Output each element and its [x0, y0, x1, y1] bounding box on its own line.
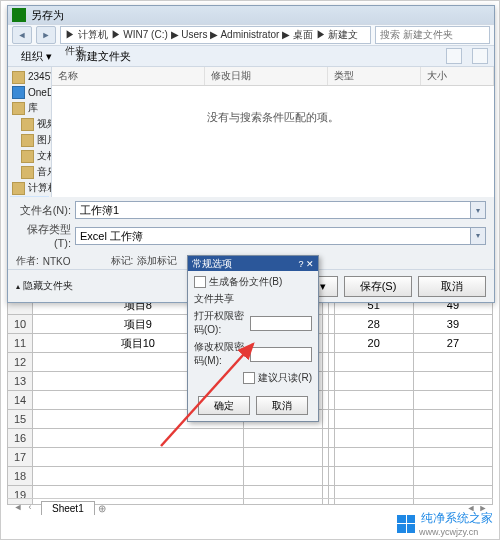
row-header[interactable]: 10: [8, 315, 33, 334]
row-header[interactable]: 12: [8, 353, 33, 372]
mod-pw-label: 修改权限密码(M):: [194, 340, 247, 368]
watermark: 纯净系统之家 www.ycwjzy.cn: [397, 510, 493, 537]
options-ok-button[interactable]: 确定: [198, 396, 250, 415]
row-header[interactable]: 18: [8, 467, 33, 486]
tree-item[interactable]: 图片: [10, 132, 49, 148]
cell[interactable]: [243, 467, 322, 486]
row-header[interactable]: 16: [8, 429, 33, 448]
backup-label: 生成备份文件(B): [209, 275, 282, 289]
column-header[interactable]: 大小: [421, 67, 494, 85]
cell[interactable]: [334, 372, 413, 391]
filetype-input[interactable]: Excel 工作簿: [75, 227, 471, 245]
watermark-brand: 纯净系统之家: [421, 510, 493, 527]
watermark-logo-icon: [397, 515, 415, 533]
row-header[interactable]: 14: [8, 391, 33, 410]
cell[interactable]: [334, 467, 413, 486]
cell[interactable]: [33, 467, 244, 486]
cell[interactable]: [334, 391, 413, 410]
sheet-tab[interactable]: Sheet1: [41, 501, 95, 515]
tree-item[interactable]: 文档: [10, 148, 49, 164]
cell[interactable]: [243, 448, 322, 467]
column-header[interactable]: 名称: [52, 67, 205, 85]
cell[interactable]: 20: [334, 334, 413, 353]
filename-dd[interactable]: ▾: [471, 201, 486, 219]
cell[interactable]: [334, 429, 413, 448]
organize-button[interactable]: 组织 ▾: [14, 47, 59, 66]
sheet-nav-prev[interactable]: ‹: [25, 502, 35, 514]
save-button[interactable]: 保存(S): [344, 276, 412, 297]
cell[interactable]: [33, 429, 244, 448]
options-close-icon[interactable]: ? ✕: [298, 259, 314, 269]
cell[interactable]: [334, 448, 413, 467]
cancel-button[interactable]: 取消: [418, 276, 486, 297]
breadcrumb[interactable]: ▶ 计算机 ▶ WIN7 (C:) ▶ Users ▶ Administrato…: [60, 26, 371, 44]
sheet-add[interactable]: ⊕: [95, 503, 109, 514]
cell[interactable]: [243, 429, 322, 448]
folder-icon: [12, 182, 25, 195]
folder-icon: [21, 134, 34, 147]
row-header[interactable]: 13: [8, 372, 33, 391]
row-header[interactable]: 11: [8, 334, 33, 353]
cell[interactable]: [413, 410, 492, 429]
column-header[interactable]: 修改日期: [205, 67, 328, 85]
open-pw-input[interactable]: [250, 316, 312, 331]
cell[interactable]: [33, 448, 244, 467]
mod-pw-input[interactable]: [250, 347, 312, 362]
tree-item[interactable]: 库: [10, 100, 49, 116]
tree-item[interactable]: OneDrive: [10, 85, 49, 100]
tree-item[interactable]: 2345下载: [10, 69, 49, 85]
sheet-nav-first[interactable]: ◄: [13, 502, 23, 514]
cell[interactable]: 27: [413, 334, 492, 353]
backup-checkbox[interactable]: [194, 276, 206, 288]
empty-message: 没有与搜索条件匹配的项。: [52, 110, 494, 125]
cell[interactable]: 28: [334, 315, 413, 334]
cell[interactable]: [413, 372, 492, 391]
tree-item[interactable]: WIN7 (C:): [10, 196, 49, 197]
author-value[interactable]: NTKO: [43, 256, 71, 267]
cell[interactable]: [413, 448, 492, 467]
folder-icon: [12, 71, 25, 84]
tree-item-label: 视频: [37, 117, 52, 131]
options-cancel-button[interactable]: 取消: [256, 396, 308, 415]
options-title: 常规选项: [192, 257, 232, 271]
readonly-checkbox[interactable]: [243, 372, 255, 384]
nav-fwd[interactable]: ►: [36, 26, 56, 44]
help-icon[interactable]: [472, 48, 488, 64]
dialog-title: 另存为: [31, 8, 64, 23]
readonly-label: 建议只读(R): [258, 371, 312, 385]
search-input[interactable]: 搜索 新建文件夹: [375, 26, 490, 44]
cell[interactable]: 39: [413, 315, 492, 334]
view-icon[interactable]: [446, 48, 462, 64]
cell[interactable]: [413, 391, 492, 410]
cell[interactable]: [334, 410, 413, 429]
filetype-dd[interactable]: ▾: [471, 227, 486, 245]
hide-folders[interactable]: ▴隐藏文件夹: [16, 279, 73, 293]
file-list[interactable]: 名称修改日期类型大小 没有与搜索条件匹配的项。: [52, 67, 494, 197]
cell[interactable]: [413, 353, 492, 372]
cell[interactable]: [413, 467, 492, 486]
cell[interactable]: [334, 353, 413, 372]
tree-item-label: 图片: [37, 133, 52, 147]
column-header[interactable]: 类型: [328, 67, 421, 85]
tags-value[interactable]: 添加标记: [137, 254, 177, 268]
folder-tree[interactable]: 2345下载OneDrive库视频图片文档音乐计算机WIN7 (C:)软件 (D…: [8, 67, 52, 197]
nav-back[interactable]: ◄: [12, 26, 32, 44]
folder-icon: [12, 86, 25, 99]
tree-item[interactable]: 计算机: [10, 180, 49, 196]
new-folder-button[interactable]: 新建文件夹: [69, 47, 138, 66]
tree-item[interactable]: 音乐: [10, 164, 49, 180]
cell[interactable]: [413, 429, 492, 448]
folder-icon: [21, 166, 34, 179]
folder-icon: [12, 102, 25, 115]
dialog-titlebar: 另存为: [8, 6, 494, 24]
tags-label: 标记:: [111, 254, 134, 268]
watermark-url: www.ycwjzy.cn: [419, 527, 493, 537]
tree-item-label: 库: [28, 101, 38, 115]
filename-input[interactable]: 工作簿1: [75, 201, 471, 219]
share-label: 文件共享: [194, 292, 234, 306]
tree-item-label: 文档: [37, 149, 52, 163]
row-header[interactable]: 15: [8, 410, 33, 429]
tree-item-label: 计算机: [28, 181, 52, 195]
tree-item[interactable]: 视频: [10, 116, 49, 132]
row-header[interactable]: 17: [8, 448, 33, 467]
